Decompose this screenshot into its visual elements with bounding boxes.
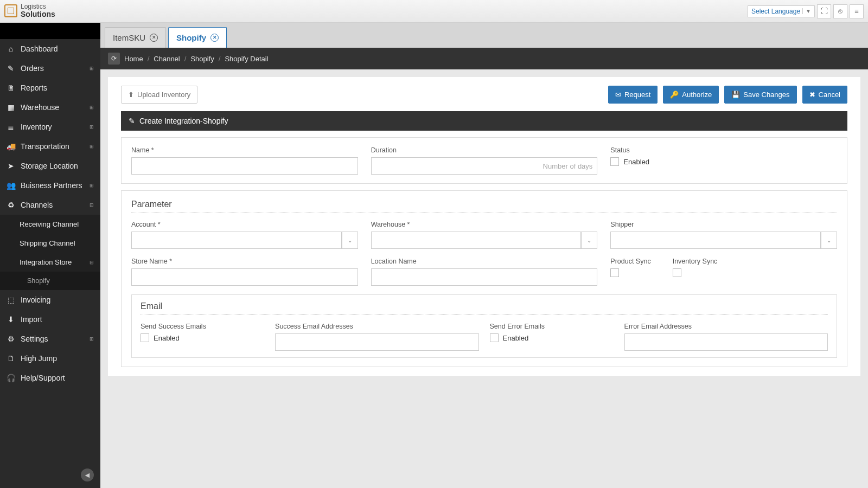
warehouse-input[interactable] <box>371 232 582 249</box>
expand-icon: ⊞ <box>90 105 94 110</box>
home-icon: ⌂ <box>7 44 15 53</box>
sidebar-item-channels[interactable]: ♻ Channels ⊟ <box>0 195 100 215</box>
send-success-label: Send Success Emails <box>141 323 264 330</box>
chevron-down-icon: ⌄ <box>348 237 352 243</box>
tab-shopify[interactable]: Shopify ✕ <box>168 27 227 48</box>
expand-icon: ⊞ <box>90 336 94 342</box>
headphones-icon: 🎧 <box>7 374 15 382</box>
expand-icon: ⛶ <box>821 7 828 15</box>
tab-itemsku[interactable]: ItemSKU ✕ <box>105 27 166 48</box>
key-icon: 🔑 <box>670 91 679 99</box>
duration-input[interactable] <box>371 157 598 175</box>
edit-icon: ✎ <box>7 64 15 73</box>
tabs-bar: ItemSKU ✕ Shopify ✕ <box>100 23 868 48</box>
sidebar-collapse-button[interactable]: ◄ <box>81 468 94 481</box>
chevron-left-icon: ◄ <box>84 471 91 479</box>
email-title: Email <box>141 301 828 311</box>
close-icon[interactable]: ✕ <box>210 34 219 42</box>
language-select[interactable]: Select Language ▼ <box>748 5 815 17</box>
upload-inventory-button[interactable]: ⬆ Upload Inventory <box>121 86 197 104</box>
name-input[interactable] <box>131 157 358 175</box>
sidebar-item-settings[interactable]: ⚙ Settings ⊞ <box>0 329 100 349</box>
chevron-down-icon: ⌄ <box>587 237 591 243</box>
expand-icon: ⊞ <box>90 183 94 188</box>
breadcrumb-home[interactable]: Home <box>124 55 143 63</box>
sidebar-item-orders[interactable]: ✎ Orders ⊞ <box>0 59 100 78</box>
sidebar-item-dashboard[interactable]: ⌂ Dashboard <box>0 39 100 59</box>
sidebar-item-shopify[interactable]: Shopify <box>0 272 100 290</box>
sitemap-icon: ▦ <box>7 103 15 112</box>
sidebar-item-storage[interactable]: ➤ Storage Location <box>0 156 100 176</box>
menu-icon: ≡ <box>854 7 859 15</box>
expand-icon: ⊞ <box>90 144 94 149</box>
chevron-down-icon: ⌄ <box>827 237 831 243</box>
product-sync-label: Product Sync <box>610 258 650 265</box>
breadcrumb-current: Shopify Detail <box>225 55 268 63</box>
users-icon: 👥 <box>7 181 15 190</box>
store-input[interactable] <box>131 268 358 286</box>
breadcrumb-shopify[interactable]: Shopify <box>190 55 214 63</box>
sidebar-item-inventory[interactable]: ≣ Inventory ⊞ <box>0 117 100 137</box>
parameter-title: Parameter <box>131 200 837 209</box>
sidebar-item-transportation[interactable]: 🚚 Transportation ⊞ <box>0 137 100 156</box>
sidebar-item-help[interactable]: 🎧 Help/Support <box>0 368 100 388</box>
save-icon: 💾 <box>731 91 740 99</box>
sidebar: ⌂ Dashboard ✎ Orders ⊞ 🗎 Reports ▦ Wareh… <box>0 23 100 488</box>
error-addr-input[interactable] <box>624 333 828 351</box>
account-dropdown-toggle[interactable]: ⌄ <box>342 232 358 249</box>
cancel-icon: ✖ <box>809 91 815 99</box>
sidebar-item-reports[interactable]: 🗎 Reports <box>0 78 100 98</box>
breadcrumb-channel[interactable]: Channel <box>154 55 180 63</box>
request-button[interactable]: ✉ Request <box>608 86 658 104</box>
menu-button[interactable]: ≡ <box>850 4 864 18</box>
location-icon: ➤ <box>7 162 15 170</box>
location-label: Location Name <box>371 258 598 265</box>
shipper-input[interactable] <box>610 232 821 249</box>
status-enabled-checkbox[interactable] <box>610 157 619 166</box>
send-error-checkbox[interactable] <box>490 333 499 342</box>
doc-icon: 🗋 <box>7 354 15 363</box>
expand-icon: ⊞ <box>90 124 94 130</box>
sidebar-item-partners[interactable]: 👥 Buisness Partners ⊞ <box>0 176 100 195</box>
save-button[interactable]: 💾 Save Changes <box>724 86 796 104</box>
send-success-checkbox[interactable] <box>141 333 149 342</box>
error-addr-label: Error Email Addresses <box>624 323 828 330</box>
money-icon: ⬚ <box>7 296 15 304</box>
logo-box-icon <box>4 4 17 17</box>
authorize-button[interactable]: 🔑 Authorize <box>663 86 719 104</box>
inventory-sync-checkbox[interactable] <box>673 268 681 277</box>
name-label: Name * <box>131 146 358 154</box>
sidebar-item-invoicing[interactable]: ⬚ Invoicing <box>0 290 100 310</box>
sidebar-item-shipping-channel[interactable]: Shipping Channel <box>0 234 100 253</box>
sidebar-header-spacer <box>0 23 100 39</box>
location-input[interactable] <box>371 268 598 286</box>
logo[interactable]: Logistics Solutions <box>4 3 55 19</box>
close-icon[interactable]: ✕ <box>150 34 158 42</box>
breadcrumb: ⟳ Home / Channel / Shopify / Shopify Det… <box>100 48 868 69</box>
collapse-icon: ⊟ <box>90 202 94 208</box>
sidebar-item-warehouse[interactable]: ▦ Warehouse ⊞ <box>0 98 100 117</box>
store-label: Store Name * <box>131 258 358 265</box>
signout-icon: ⎋ <box>838 7 843 15</box>
expand-icon: ⊞ <box>90 66 94 71</box>
product-sync-checkbox[interactable] <box>610 268 619 277</box>
cancel-button[interactable]: ✖ Cancel <box>802 86 847 104</box>
shipper-label: Shipper <box>610 221 837 228</box>
warehouse-label: Warehouse * <box>371 221 598 228</box>
download-icon: ⬇ <box>7 315 15 324</box>
account-input[interactable] <box>131 232 342 249</box>
top-header: Logistics Solutions Select Language ▼ ⛶ … <box>0 0 868 23</box>
sidebar-item-integration-store[interactable]: Integration Store ⊟ <box>0 253 100 272</box>
success-addr-input[interactable] <box>275 333 478 351</box>
sidebar-item-import[interactable]: ⬇ Import <box>0 310 100 329</box>
success-addr-label: Success Email Addresses <box>275 323 478 330</box>
warehouse-dropdown-toggle[interactable]: ⌄ <box>581 232 597 249</box>
shipper-dropdown-toggle[interactable]: ⌄ <box>821 232 837 249</box>
sidebar-item-receiving-channel[interactable]: Receiving Channel <box>0 215 100 234</box>
refresh-button[interactable]: ⟳ <box>108 53 120 65</box>
edit-icon: ✎ <box>129 117 135 125</box>
logout-button[interactable]: ⎋ <box>833 4 847 18</box>
upload-icon: ⬆ <box>128 91 134 99</box>
sidebar-item-highjump[interactable]: 🗋 High Jump <box>0 349 100 368</box>
fullscreen-button[interactable]: ⛶ <box>817 4 831 18</box>
